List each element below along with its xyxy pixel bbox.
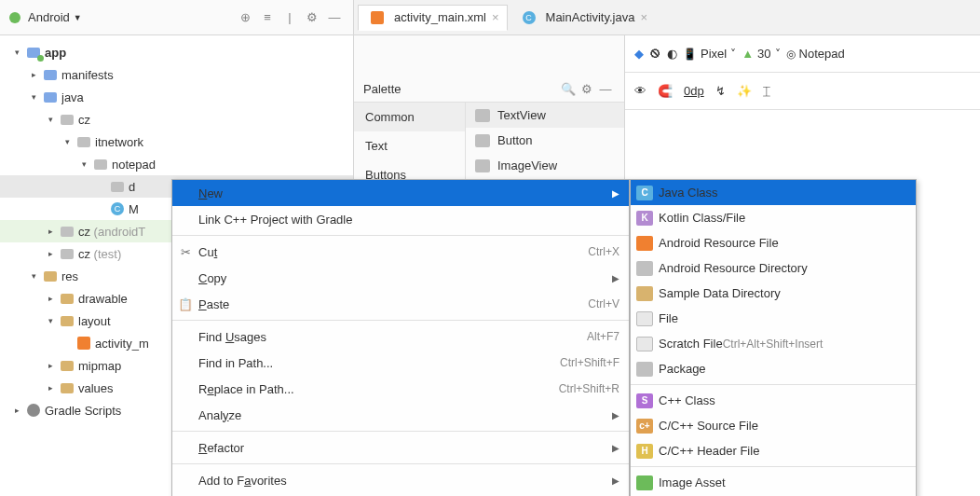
close-icon[interactable]: × [640, 10, 647, 24]
design-toolbar-2: 👁 🧲 0dp ↯ ✨ ⌶ [625, 73, 980, 110]
menu-item[interactable]: Analyze▶ [172, 402, 629, 428]
fold-app-icon [26, 45, 41, 60]
submenu-item-label: File [659, 311, 678, 325]
menu-item[interactable]: 📋PasteCtrl+V [172, 291, 629, 317]
submenu-item[interactable]: CJava Class [631, 180, 916, 205]
android-icon [7, 10, 22, 25]
surface-icon[interactable]: ◆ [634, 47, 644, 61]
file-xml-icon [370, 10, 385, 25]
fold-blue-icon [43, 90, 58, 104]
tree-row[interactable]: ▾cz [0, 108, 353, 131]
tree-row[interactable]: ▾java [0, 86, 353, 108]
editor-tab[interactable]: activity_main.xml× [358, 5, 508, 31]
menu-item[interactable]: Add to Favorites▶ [172, 467, 629, 493]
editor-tabs: activity_main.xml×CMainActivity.java× [354, 0, 980, 35]
chevron-down-icon[interactable]: ▾ [11, 48, 22, 57]
fold-tan-icon [60, 313, 75, 328]
palette-component[interactable]: Button [466, 128, 624, 153]
file-c-icon: C [110, 201, 125, 216]
default-margin[interactable]: 0dp [684, 84, 704, 98]
wand-icon[interactable]: ✨ [737, 84, 752, 98]
gear-icon[interactable]: ⚙ [301, 10, 323, 24]
palette-category[interactable]: Text [354, 131, 465, 160]
night-icon[interactable]: ◐ [667, 47, 677, 61]
close-icon[interactable]: × [492, 10, 499, 24]
chevron-right-icon[interactable]: ▸ [45, 294, 56, 303]
tree-row[interactable]: ▾notepad [0, 153, 353, 175]
menu-item[interactable]: Find UsagesAlt+F7 [172, 324, 629, 350]
submenu-item-icon [636, 286, 653, 301]
chevron-right-icon[interactable]: ▸ [45, 383, 56, 393]
tree-label: cz [78, 113, 353, 127]
expand-icon[interactable]: ≡ [256, 10, 279, 24]
menu-item[interactable]: ✂CutCtrl+X [172, 239, 629, 265]
editor-tab[interactable]: CMainActivity.java× [510, 5, 656, 31]
chevron-down-icon[interactable]: ▾ [45, 115, 56, 124]
submenu-item[interactable]: Scratch FileCtrl+Alt+Shift+Insert [631, 331, 916, 356]
collapse-all-icon[interactable]: ⊕ [234, 10, 256, 24]
magnet-icon[interactable]: 🧲 [658, 84, 673, 98]
submenu-item[interactable]: KKotlin Class/File [631, 205, 916, 230]
new-submenu[interactable]: CJava ClassKKotlin Class/FileAndroid Res… [630, 179, 917, 496]
context-menu[interactable]: New▶Link C++ Project with Gradle✂CutCtrl… [171, 179, 630, 496]
guidelines-icon[interactable]: ⌶ [763, 84, 770, 98]
submenu-arrow-icon: ▶ [612, 475, 619, 486]
api-picker[interactable]: ▲ 30 ˅ [742, 47, 780, 61]
menu-separator [172, 431, 629, 432]
menu-item[interactable]: Copy▶ [172, 265, 629, 291]
chevron-right-icon[interactable]: ▸ [11, 406, 22, 415]
chevron-right-icon[interactable]: ▸ [45, 249, 56, 258]
minimize-icon[interactable]: — [323, 10, 346, 24]
chevron-right-icon[interactable]: ▸ [45, 361, 56, 370]
submenu-item[interactable]: SC++ Class [631, 388, 916, 413]
chevron-down-icon[interactable]: ▾ [28, 92, 39, 102]
fold-blue-icon [43, 67, 58, 82]
tree-row[interactable]: ▾itnetwork [0, 131, 353, 153]
submenu-item[interactable]: Android Resource Directory [631, 255, 916, 281]
submenu-item[interactable]: c+C/C++ Source File [631, 413, 916, 438]
fold-tan-icon [60, 291, 75, 306]
menu-item[interactable]: Refactor▶ [172, 434, 629, 461]
menu-item-label: Find Usages [198, 330, 587, 344]
chevron-right-icon[interactable]: ▸ [28, 70, 39, 79]
menu-item[interactable]: New▶ [172, 180, 629, 206]
submenu-item[interactable]: HC/C++ Header File [631, 438, 916, 463]
palette-component[interactable]: TextView [466, 103, 624, 128]
submenu-item-icon: C [636, 186, 653, 200]
chevron-down-icon[interactable]: ▾ [78, 159, 89, 169]
project-view-dropdown[interactable]: Android ▼ [28, 10, 82, 24]
submenu-item-label: Android Resource Directory [659, 261, 808, 275]
device-picker[interactable]: 📱 Pixel ˅ [683, 47, 736, 61]
menu-item[interactable]: Replace in Path...Ctrl+Shift+R [172, 376, 629, 402]
palette-component[interactable]: ImageView [466, 153, 624, 178]
submenu-item[interactable]: Android Resource File [631, 230, 916, 255]
submenu-item-label: Kotlin Class/File [659, 211, 745, 225]
chevron-right-icon[interactable]: ▸ [45, 227, 56, 236]
menu-item-label: Copy [198, 271, 606, 285]
tree-row[interactable]: ▾app [0, 41, 353, 63]
menu-item-shortcut: Ctrl+V [588, 297, 619, 310]
gear-icon[interactable]: ⚙ [578, 82, 596, 96]
menu-separator [631, 384, 916, 385]
theme-picker[interactable]: ◎ Notepad [786, 47, 845, 61]
submenu-item-label: Android Resource File [659, 236, 779, 250]
minimize-icon[interactable]: — [596, 82, 615, 96]
submenu-item[interactable]: Sample Data Directory [631, 281, 916, 306]
submenu-item[interactable]: Package [631, 356, 916, 381]
menu-item[interactable]: Find in Path...Ctrl+Shift+F [172, 350, 629, 376]
view-options-icon[interactable]: 👁 [634, 84, 647, 98]
chevron-down-icon[interactable]: ▾ [61, 137, 73, 146]
search-icon[interactable]: 🔍 [559, 82, 578, 96]
tree-row[interactable]: ▸manifests [0, 63, 353, 86]
menu-item-label: Find in Path... [198, 356, 560, 370]
submenu-item[interactable]: File [631, 306, 916, 331]
menu-item[interactable]: Link C++ Project with Gradle [172, 206, 629, 232]
clear-constraints-icon[interactable]: ↯ [715, 84, 726, 98]
chevron-down-icon[interactable]: ▾ [28, 271, 39, 281]
fold-tan-icon [43, 269, 58, 283]
orientation-icon[interactable]: 🛇 [649, 47, 661, 61]
submenu-item[interactable]: Image Asset [631, 470, 916, 495]
palette-category[interactable]: Common [354, 103, 465, 131]
file-c-icon: C [522, 10, 537, 25]
chevron-down-icon[interactable]: ▾ [45, 316, 56, 325]
